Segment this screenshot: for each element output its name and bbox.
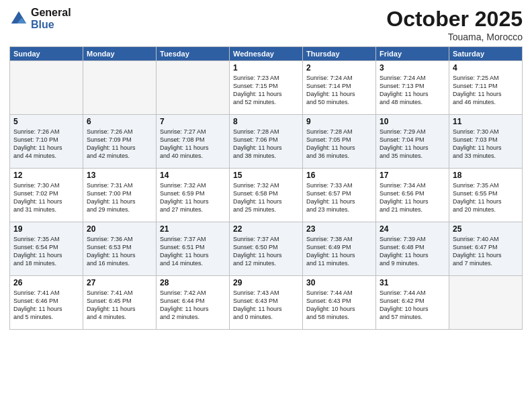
page: General Blue October 2025 Touama, Morocc… [0, 0, 532, 411]
day-info: Sunrise: 7:36 AM Sunset: 6:53 PM Dayligh… [87, 235, 152, 268]
calendar-day-cell: 10Sunrise: 7:29 AM Sunset: 7:04 PM Dayli… [376, 115, 449, 169]
calendar-day-cell: 14Sunrise: 7:32 AM Sunset: 6:59 PM Dayli… [157, 169, 230, 222]
day-number: 31 [380, 278, 445, 287]
day-info: Sunrise: 7:24 AM Sunset: 7:14 PM Dayligh… [306, 74, 372, 107]
day-info: Sunrise: 7:26 AM Sunset: 7:09 PM Dayligh… [87, 128, 152, 161]
day-info: Sunrise: 7:30 AM Sunset: 7:02 PM Dayligh… [13, 181, 79, 214]
day-number: 27 [87, 278, 152, 287]
calendar-day-cell: 29Sunrise: 7:43 AM Sunset: 6:43 PM Dayli… [230, 276, 303, 330]
day-info: Sunrise: 7:29 AM Sunset: 7:04 PM Dayligh… [380, 128, 445, 161]
day-number: 17 [380, 171, 445, 180]
day-info: Sunrise: 7:34 AM Sunset: 6:56 PM Dayligh… [380, 181, 445, 214]
day-info: Sunrise: 7:37 AM Sunset: 6:50 PM Dayligh… [233, 235, 299, 268]
weekday-header-wednesday: Wednesday [230, 47, 303, 61]
day-info: Sunrise: 7:32 AM Sunset: 6:59 PM Dayligh… [160, 181, 226, 214]
calendar-day-cell: 5Sunrise: 7:26 AM Sunset: 7:10 PM Daylig… [10, 115, 83, 169]
calendar-week-row: 26Sunrise: 7:41 AM Sunset: 6:46 PM Dayli… [10, 276, 523, 330]
day-number: 21 [160, 224, 226, 234]
calendar-day-cell: 2Sunrise: 7:24 AM Sunset: 7:14 PM Daylig… [303, 61, 376, 115]
calendar-day-cell: 30Sunrise: 7:44 AM Sunset: 6:43 PM Dayli… [303, 276, 376, 330]
day-number: 4 [453, 63, 519, 73]
calendar-day-cell: 16Sunrise: 7:33 AM Sunset: 6:57 PM Dayli… [303, 169, 376, 222]
calendar-week-row: 1Sunrise: 7:23 AM Sunset: 7:15 PM Daylig… [10, 61, 523, 115]
day-info: Sunrise: 7:23 AM Sunset: 7:15 PM Dayligh… [233, 74, 299, 107]
day-info: Sunrise: 7:40 AM Sunset: 6:47 PM Dayligh… [453, 235, 519, 268]
day-info: Sunrise: 7:41 AM Sunset: 6:46 PM Dayligh… [13, 289, 79, 322]
calendar-day-cell: 12Sunrise: 7:30 AM Sunset: 7:02 PM Dayli… [10, 169, 83, 222]
day-info: Sunrise: 7:35 AM Sunset: 6:54 PM Dayligh… [13, 235, 79, 268]
calendar-day-cell: 6Sunrise: 7:26 AM Sunset: 7:09 PM Daylig… [83, 115, 157, 169]
day-info: Sunrise: 7:41 AM Sunset: 6:45 PM Dayligh… [87, 289, 152, 322]
day-info: Sunrise: 7:26 AM Sunset: 7:10 PM Dayligh… [13, 128, 79, 161]
day-info: Sunrise: 7:44 AM Sunset: 6:43 PM Dayligh… [306, 289, 372, 322]
day-number: 28 [160, 278, 226, 287]
day-info: Sunrise: 7:42 AM Sunset: 6:44 PM Dayligh… [160, 289, 226, 322]
day-info: Sunrise: 7:35 AM Sunset: 6:55 PM Dayligh… [453, 181, 519, 214]
calendar-day-cell: 28Sunrise: 7:42 AM Sunset: 6:44 PM Dayli… [157, 276, 230, 330]
calendar-day-cell [157, 61, 230, 115]
calendar-day-cell: 7Sunrise: 7:27 AM Sunset: 7:08 PM Daylig… [157, 115, 230, 169]
day-number: 5 [13, 117, 79, 126]
day-info: Sunrise: 7:28 AM Sunset: 7:06 PM Dayligh… [233, 128, 299, 161]
day-number: 6 [87, 117, 152, 126]
logo-line2: Blue [31, 19, 71, 31]
weekday-header-friday: Friday [376, 47, 449, 61]
calendar-day-cell: 15Sunrise: 7:32 AM Sunset: 6:58 PM Dayli… [230, 169, 303, 222]
calendar-day-cell: 11Sunrise: 7:30 AM Sunset: 7:03 PM Dayli… [449, 115, 523, 169]
day-number: 11 [453, 117, 519, 126]
logo-icon [9, 9, 28, 28]
day-number: 23 [306, 224, 372, 234]
day-info: Sunrise: 7:39 AM Sunset: 6:48 PM Dayligh… [380, 235, 445, 268]
calendar-day-cell [83, 61, 157, 115]
day-number: 22 [233, 224, 299, 234]
calendar-week-row: 12Sunrise: 7:30 AM Sunset: 7:02 PM Dayli… [10, 169, 523, 222]
day-number: 24 [380, 224, 445, 234]
month-title: October 2025 [386, 7, 523, 32]
calendar-day-cell [449, 276, 523, 330]
day-info: Sunrise: 7:24 AM Sunset: 7:13 PM Dayligh… [380, 74, 445, 107]
day-number: 30 [306, 278, 372, 287]
calendar-day-cell: 4Sunrise: 7:25 AM Sunset: 7:11 PM Daylig… [449, 61, 523, 115]
calendar-day-cell: 31Sunrise: 7:44 AM Sunset: 6:42 PM Dayli… [376, 276, 449, 330]
calendar-day-cell: 19Sunrise: 7:35 AM Sunset: 6:54 PM Dayli… [10, 222, 83, 276]
calendar-day-cell: 17Sunrise: 7:34 AM Sunset: 6:56 PM Dayli… [376, 169, 449, 222]
day-info: Sunrise: 7:37 AM Sunset: 6:51 PM Dayligh… [160, 235, 226, 268]
day-info: Sunrise: 7:44 AM Sunset: 6:42 PM Dayligh… [380, 289, 445, 322]
day-info: Sunrise: 7:25 AM Sunset: 7:11 PM Dayligh… [453, 74, 519, 107]
day-info: Sunrise: 7:32 AM Sunset: 6:58 PM Dayligh… [233, 181, 299, 214]
calendar-day-cell: 8Sunrise: 7:28 AM Sunset: 7:06 PM Daylig… [230, 115, 303, 169]
weekday-header-monday: Monday [83, 47, 157, 61]
calendar-day-cell: 21Sunrise: 7:37 AM Sunset: 6:51 PM Dayli… [157, 222, 230, 276]
calendar-day-cell [10, 61, 83, 115]
title-block: October 2025 Touama, Morocco [386, 7, 523, 42]
calendar-week-row: 19Sunrise: 7:35 AM Sunset: 6:54 PM Dayli… [10, 222, 523, 276]
logo: General Blue [9, 7, 71, 30]
weekday-header-tuesday: Tuesday [157, 47, 230, 61]
calendar-table: SundayMondayTuesdayWednesdayThursdayFrid… [9, 46, 523, 330]
calendar-day-cell: 27Sunrise: 7:41 AM Sunset: 6:45 PM Dayli… [83, 276, 157, 330]
weekday-header-thursday: Thursday [303, 47, 376, 61]
day-number: 7 [160, 117, 226, 126]
day-number: 19 [13, 224, 79, 234]
day-number: 25 [453, 224, 519, 234]
day-number: 26 [13, 278, 79, 287]
calendar-day-cell: 3Sunrise: 7:24 AM Sunset: 7:13 PM Daylig… [376, 61, 449, 115]
day-info: Sunrise: 7:33 AM Sunset: 6:57 PM Dayligh… [306, 181, 372, 214]
day-number: 10 [380, 117, 445, 126]
calendar-day-cell: 1Sunrise: 7:23 AM Sunset: 7:15 PM Daylig… [230, 61, 303, 115]
logo-line1: General [31, 7, 71, 19]
day-info: Sunrise: 7:28 AM Sunset: 7:05 PM Dayligh… [306, 128, 372, 161]
day-info: Sunrise: 7:31 AM Sunset: 7:00 PM Dayligh… [87, 181, 152, 214]
calendar-day-cell: 20Sunrise: 7:36 AM Sunset: 6:53 PM Dayli… [83, 222, 157, 276]
day-number: 18 [453, 171, 519, 180]
weekday-header-saturday: Saturday [449, 47, 523, 61]
calendar-day-cell: 22Sunrise: 7:37 AM Sunset: 6:50 PM Dayli… [230, 222, 303, 276]
day-number: 15 [233, 171, 299, 180]
weekday-header-sunday: Sunday [10, 47, 83, 61]
calendar-day-cell: 24Sunrise: 7:39 AM Sunset: 6:48 PM Dayli… [376, 222, 449, 276]
day-number: 29 [233, 278, 299, 287]
day-number: 16 [306, 171, 372, 180]
calendar-day-cell: 13Sunrise: 7:31 AM Sunset: 7:00 PM Dayli… [83, 169, 157, 222]
calendar-day-cell: 23Sunrise: 7:38 AM Sunset: 6:49 PM Dayli… [303, 222, 376, 276]
weekday-header-row: SundayMondayTuesdayWednesdayThursdayFrid… [10, 47, 523, 61]
